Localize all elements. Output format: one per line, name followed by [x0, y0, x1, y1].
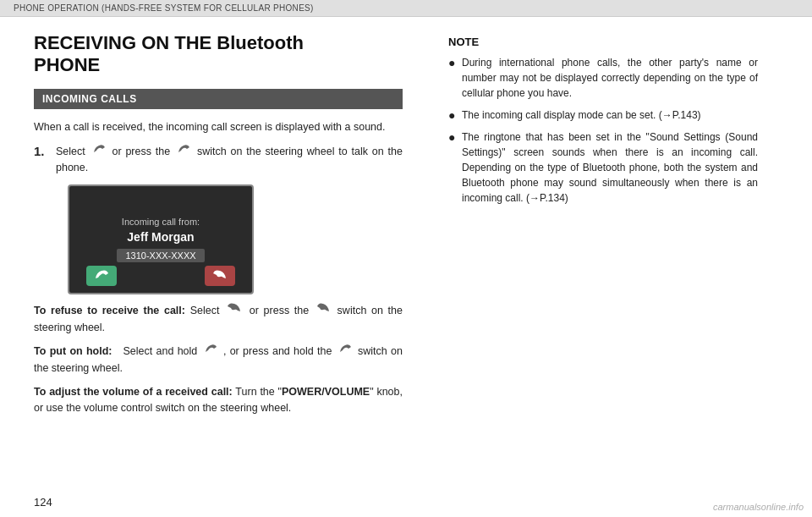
action-hold: To put on hold: Select and hold , or pre…: [34, 344, 403, 377]
volume-label: To adjust the volume of a received call:: [34, 386, 233, 398]
refuse-label: To refuse to receive the call:: [34, 305, 185, 317]
refuse-icon2: [315, 303, 331, 320]
step-content: Select or press the switch on the steeri…: [56, 144, 403, 177]
section-header: INCOMING CALLS: [34, 89, 403, 109]
left-column: RECEIVING ON THE Bluetooth PHONE INCOMIN…: [0, 17, 423, 514]
page-title: RECEIVING ON THE Bluetooth PHONE: [34, 32, 403, 77]
note-bullet-1: ●: [448, 55, 458, 70]
right-column: NOTE ● During international phone calls,…: [423, 17, 778, 514]
power-volume-text: POWER/VOLUME: [282, 386, 370, 398]
action-volume: To adjust the volume of a received call:…: [34, 384, 403, 417]
step-1: 1. Select or press the switch on the ste…: [34, 144, 403, 177]
top-bar: PHONE OPERATION (HANDS-FREE SYSTEM FOR C…: [0, 0, 812, 17]
screen-buttons: [69, 259, 252, 286]
note-text-2: The incoming call display mode can be se…: [462, 107, 701, 123]
top-bar-label: PHONE OPERATION (HANDS-FREE SYSTEM FOR C…: [14, 3, 314, 13]
note-text-1: During international phone calls, the ot…: [462, 55, 758, 101]
note-bullet-3: ●: [448, 129, 458, 145]
watermark: carmanualsonline.info: [713, 502, 804, 512]
refuse-icon1: [226, 303, 243, 320]
note-item-2: ● The incoming call display mode can be …: [448, 107, 758, 123]
note-item-3: ● The ringtone that has been set in the …: [448, 129, 758, 206]
hold-icon2: [337, 344, 353, 360]
switch-icon-step: [176, 144, 191, 161]
action-refuse: To refuse to receive the call: Select or…: [34, 303, 403, 337]
answer-icon-step: [91, 144, 107, 161]
note-item-1: ● During international phone calls, the …: [448, 55, 758, 101]
step-number: 1.: [34, 144, 49, 158]
note-bullet-2: ●: [448, 107, 458, 123]
page-number: 124: [34, 496, 52, 509]
screen-label: Incoming call from:: [122, 217, 200, 227]
note-text-3: The ringtone that has been set in the "S…: [462, 129, 758, 206]
hold-label: To put on hold:: [34, 345, 112, 357]
note-section: NOTE ● During international phone calls,…: [448, 32, 758, 206]
screen-name: Jeff Morgan: [127, 230, 194, 244]
hold-icon1: [203, 344, 218, 360]
note-title: NOTE: [448, 36, 758, 48]
screen-mockup: Incoming call from: Jeff Morgan 1310-XXX…: [68, 184, 254, 294]
intro-text: When a call is received, the incoming ca…: [34, 119, 403, 135]
screen-decline-btn: [205, 266, 235, 286]
screen-answer-btn: [86, 266, 117, 286]
